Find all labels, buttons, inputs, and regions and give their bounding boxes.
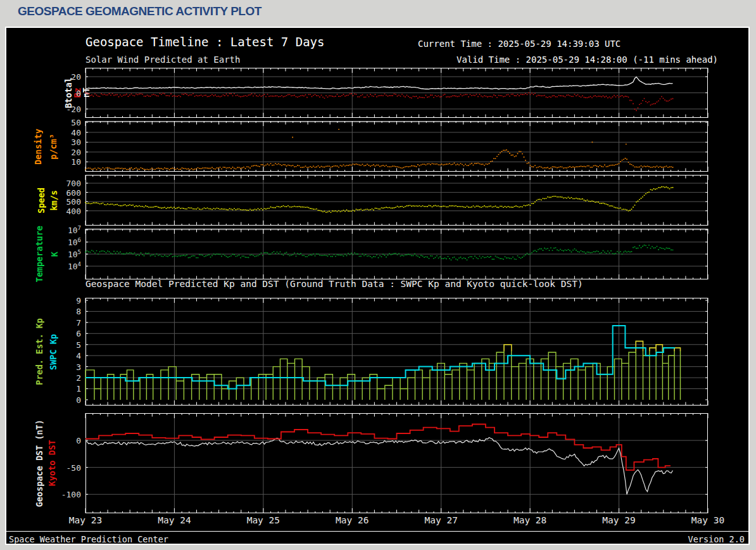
geospace-plot-frame: Geospace Timeline : Latest 7 Days Curren… <box>5 27 750 545</box>
temperature-axis-label: Temperature <box>34 229 44 279</box>
kp-dst-section-title: Geospace Model Predicted Kp and DST (Gro… <box>85 279 583 289</box>
panel-kp <box>85 298 708 406</box>
panel-kp-wrap: Pred. Est. Kp SWPC Kp 9876543210 <box>6 298 748 406</box>
ytick-density-30: 30 <box>71 138 81 147</box>
panel-speed <box>85 175 708 226</box>
ytick-temperature-107: 107 <box>68 225 81 235</box>
panel-dst-wrap: Geospace DST (nT) Kyoto DST 0-50-100 <box>6 413 748 513</box>
swpc-kp-label: SWPC Kp <box>48 298 58 406</box>
ytick-density-20: 20 <box>71 147 81 157</box>
panel-temperature <box>85 229 708 279</box>
xlabel-may-26: May 26 <box>336 515 369 525</box>
x-axis-labels: May 23May 24May 25May 26May 27May 28May … <box>6 515 748 528</box>
panel-svg-temperature <box>85 229 708 279</box>
xlabel-may-23: May 23 <box>69 515 102 525</box>
solar-wind-subtitle: Solar Wind Predicted at Earth <box>85 54 240 65</box>
ytick-kp-8: 8 <box>76 307 81 316</box>
panel-density <box>85 121 708 172</box>
panel-bfield <box>85 68 708 118</box>
panel-dst <box>85 413 708 513</box>
xlabel-may-28: May 28 <box>513 515 546 525</box>
ytick-density-40: 40 <box>71 127 81 137</box>
ytick-speed-400: 400 <box>66 206 81 215</box>
temperature-unit-label: K <box>49 229 60 279</box>
ytick-speed-600: 600 <box>66 188 81 197</box>
ytick-bfield-20: 20 <box>71 72 81 82</box>
plot-title: Geospace Timeline : Latest 7 Days <box>85 35 325 49</box>
panel-bfield-wrap: Btotal Bz nT 200-20 <box>6 68 748 118</box>
ytick-kp-9: 9 <box>76 296 81 305</box>
ytick-bfield-0: 0 <box>76 88 81 98</box>
panel-svg-dst <box>85 413 708 513</box>
ytick-kp-7: 7 <box>76 317 81 327</box>
ytick-temperature-105: 105 <box>68 249 81 259</box>
ytick-kp-2: 2 <box>76 373 81 383</box>
ytick-dst--100: -100 <box>61 490 81 499</box>
ytick-density-10: 10 <box>71 157 81 167</box>
ytick-kp-4: 4 <box>76 351 81 361</box>
page-title: GEOSPACE GEOMAGNETIC ACTIVITY PLOT <box>18 4 261 18</box>
plot-canvas: Geospace Timeline : Latest 7 Days Curren… <box>6 28 748 544</box>
footer-source: Space Weather Prediction Center <box>9 534 168 544</box>
density-axis-label: Density <box>33 121 43 172</box>
panel-svg-kp <box>85 298 708 406</box>
panel-svg-bfield <box>85 68 708 118</box>
ytick-density-50: 50 <box>71 118 81 127</box>
kyoto-dst-label: Kyoto DST <box>47 413 57 513</box>
footer-divider <box>6 531 748 532</box>
speed-axis-label: Speed <box>36 175 46 226</box>
panel-svg-density <box>85 121 708 172</box>
ytick-kp-3: 3 <box>76 362 81 371</box>
ytick-kp-1: 1 <box>76 384 81 393</box>
ytick-speed-500: 500 <box>66 197 81 207</box>
ytick-temperature-104: 104 <box>68 261 81 271</box>
ytick-bfield--20: -20 <box>66 104 81 113</box>
xlabel-may-25: May 25 <box>247 515 280 525</box>
ytick-kp-0: 0 <box>76 395 81 404</box>
pred-est-kp-label: Pred. Est. Kp <box>34 298 44 406</box>
xlabel-may-29: May 29 <box>602 515 635 525</box>
geospace-dst-label: Geospace DST (nT) <box>34 413 44 513</box>
ytick-kp-5: 5 <box>76 340 81 349</box>
speed-unit-label: km/s <box>49 175 59 226</box>
panel-speed-wrap: Speed km/s 700600500400 <box>6 175 748 226</box>
density-unit-label: p/cm³ <box>48 121 58 172</box>
ytick-kp-6: 6 <box>76 329 81 338</box>
current-time-label: Current Time : 2025-05-29 14:39:03 UTC <box>418 39 621 49</box>
ytick-temperature-106: 106 <box>68 237 81 247</box>
panel-svg-speed <box>85 175 708 226</box>
xlabel-may-30: May 30 <box>691 515 724 525</box>
xlabel-may-27: May 27 <box>425 515 458 525</box>
panel-density-wrap: Density p/cm³ 5040302010 <box>6 121 748 172</box>
ytick-dst-0: 0 <box>76 436 81 445</box>
valid-time-label: Valid Time : 2025-05-29 14:28:00 (-11 mi… <box>457 54 718 65</box>
page: GEOSPACE GEOMAGNETIC ACTIVITY PLOT Geosp… <box>0 0 756 550</box>
ytick-speed-700: 700 <box>66 179 81 188</box>
ytick-dst--50: -50 <box>66 463 81 472</box>
footer-version: Version 2.0 <box>688 534 745 544</box>
panel-temperature-wrap: Temperature K 107106105104 <box>6 229 748 279</box>
xlabel-may-24: May 24 <box>158 515 191 525</box>
